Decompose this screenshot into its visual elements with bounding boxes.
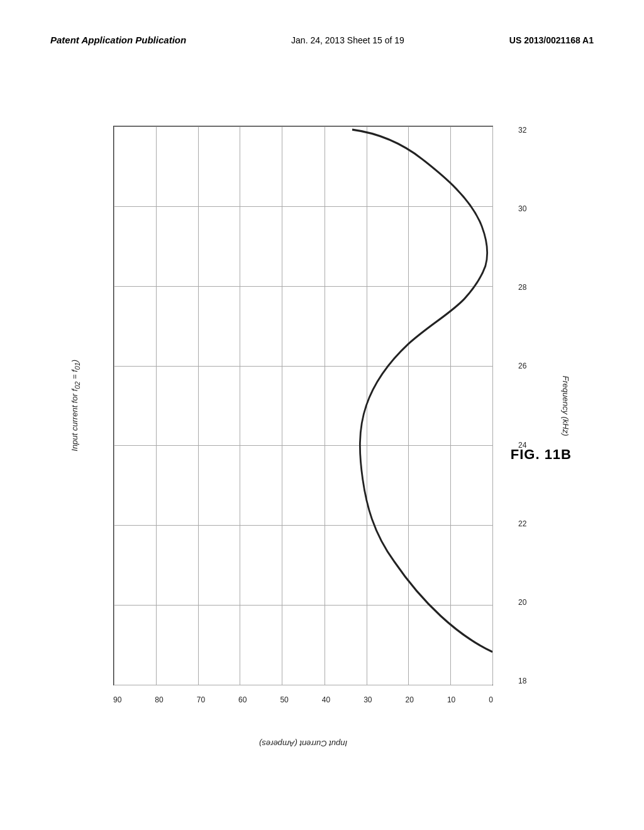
x-tick-10: 10 xyxy=(447,695,455,704)
y-tick-22: 22 xyxy=(518,519,526,528)
patent-number-label: US 2013/0021168 A1 xyxy=(509,35,594,45)
grid-line-v-10 xyxy=(492,126,493,685)
grid-line-h-8 xyxy=(114,685,492,685)
freq-axis-label-text: Frequency (kHz) xyxy=(561,375,570,436)
y-tick-28: 28 xyxy=(518,283,526,292)
publication-label: Patent Application Publication xyxy=(50,35,186,45)
y-axis-label: Input current for f02 = f01) xyxy=(38,126,113,685)
freq-axis-label: Frequency (kHz) xyxy=(556,126,575,685)
y-tick-18: 18 xyxy=(518,677,526,685)
y-tick-20: 20 xyxy=(518,598,526,607)
x-tick-20: 20 xyxy=(406,695,414,704)
y-tick-26: 26 xyxy=(518,362,526,370)
y-axis-right-ticks: 18 20 22 24 26 28 30 32 xyxy=(518,126,543,685)
date-sheet-label: Jan. 24, 2013 Sheet 15 of 19 xyxy=(291,35,404,45)
page-header: Patent Application Publication Jan. 24, … xyxy=(0,35,644,45)
x-tick-60: 60 xyxy=(238,695,247,704)
chart-curve-path xyxy=(352,130,492,652)
x-tick-0: 0 xyxy=(489,695,493,704)
chart-plot-area xyxy=(113,126,493,685)
x-tick-80: 80 xyxy=(155,695,163,704)
page: Patent Application Publication Jan. 24, … xyxy=(0,0,644,830)
x-axis-label-text: Input Current (Amperes) xyxy=(259,739,347,748)
y-axis-label-text: Input current for f02 = f01) xyxy=(70,360,81,451)
x-axis-label: Input Current (Amperes) xyxy=(113,739,493,748)
x-tick-30: 30 xyxy=(364,695,372,704)
x-tick-70: 70 xyxy=(197,695,205,704)
y-tick-32: 32 xyxy=(518,126,526,135)
x-tick-40: 40 xyxy=(322,695,330,704)
chart-container: Input current for f02 = f01) xyxy=(38,101,606,767)
y-tick-30: 30 xyxy=(518,204,526,213)
chart-curve-svg xyxy=(114,126,492,685)
x-axis-ticks: 90 80 70 60 50 40 30 20 10 0 xyxy=(113,692,493,704)
x-tick-90: 90 xyxy=(113,695,121,704)
fig-label: FIG. 11B xyxy=(511,446,572,463)
x-tick-50: 50 xyxy=(280,695,288,704)
